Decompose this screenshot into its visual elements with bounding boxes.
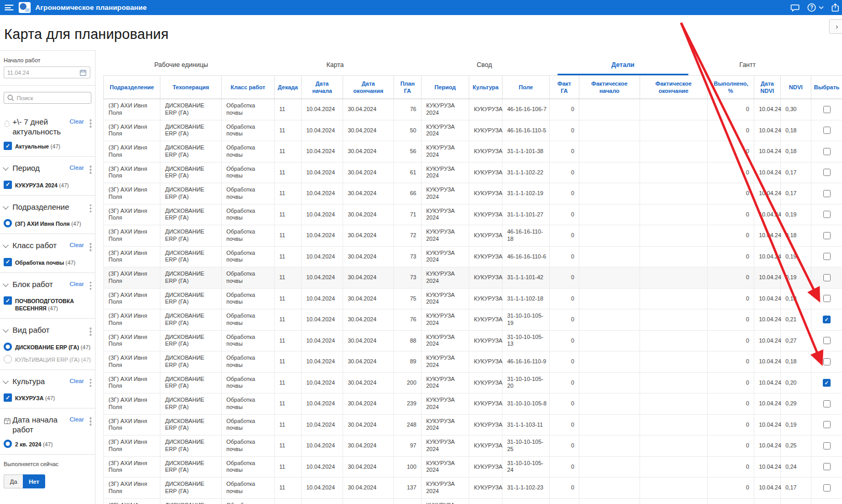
toggle-option-yes[interactable]: Да — [4, 474, 23, 488]
cell-select — [811, 267, 842, 289]
filter-option[interactable]: КУЛЬТИВАЦИЯ ERP (ГА) (47) — [4, 355, 92, 363]
kebab-menu-icon[interactable] — [89, 326, 93, 337]
column-header[interactable]: Период — [422, 76, 469, 99]
column-header[interactable]: Техоперация — [160, 76, 222, 99]
filter-option[interactable]: (ЗГ) АХИ Ивня Поля (47) — [4, 219, 92, 227]
chevron-down-icon[interactable] — [819, 6, 824, 9]
filter-option[interactable]: ✓КУКУРУЗА 2024 (47) — [4, 181, 92, 189]
filter-option[interactable]: ✓КУКУРУЗА (47) — [4, 393, 92, 402]
cell-fact_start — [579, 309, 640, 331]
kebab-menu-icon[interactable] — [89, 118, 93, 129]
kebab-menu-icon[interactable] — [89, 203, 93, 214]
share-icon[interactable] — [831, 3, 839, 12]
checkbox-checked-icon[interactable]: ✓ — [4, 181, 12, 189]
cell-period: КУКУРУЗА 2024 — [422, 456, 469, 478]
radio-selected-icon[interactable] — [4, 219, 12, 227]
filter-option[interactable]: 2 кв. 2024 (47) — [4, 440, 92, 448]
kebab-menu-icon[interactable] — [89, 241, 93, 253]
kebab-menu-icon[interactable] — [89, 164, 93, 175]
chevron-down-icon[interactable] — [4, 325, 12, 332]
row-select-checkbox[interactable] — [823, 190, 831, 197]
radio-selected-icon[interactable] — [4, 440, 12, 448]
search-input[interactable]: Поиск — [4, 92, 91, 104]
column-header[interactable]: Культура — [469, 76, 503, 99]
row-select-checkbox[interactable]: ✓ — [823, 379, 831, 387]
column-header[interactable]: Фактическое окончание — [640, 76, 708, 99]
row-select-checkbox[interactable] — [823, 463, 831, 470]
clear-filter-link[interactable]: Clear — [70, 378, 84, 384]
checkbox-checked-icon[interactable]: ✓ — [4, 142, 12, 150]
checkbox-checked-icon[interactable]: ✓ — [4, 296, 12, 305]
cell-decade: 11 — [275, 246, 302, 267]
column-header[interactable]: Дата окончания — [343, 76, 394, 99]
tab-Рабочие единицы[interactable]: Рабочие единицы — [103, 54, 259, 75]
row-select-checkbox[interactable] — [823, 211, 831, 218]
kebab-menu-icon[interactable] — [89, 377, 93, 389]
clear-filter-link[interactable]: Clear — [70, 165, 84, 171]
kebab-menu-icon[interactable] — [89, 416, 93, 427]
cell-fact_start — [579, 183, 640, 205]
column-header[interactable]: Класс работ — [222, 76, 275, 99]
cell-fact_start — [579, 393, 640, 415]
column-header[interactable]: Фактическое начало — [579, 76, 640, 99]
row-select-checkbox[interactable] — [823, 337, 831, 344]
cell-ndvi_date: 10.04.24 — [754, 309, 781, 331]
toggle-option-no[interactable]: Нет — [23, 474, 45, 488]
clear-filter-link[interactable]: Clear — [70, 416, 84, 423]
row-select-checkbox[interactable] — [823, 421, 831, 428]
help-icon[interactable]: ? — [807, 3, 816, 12]
row-select-checkbox[interactable] — [823, 232, 831, 239]
cell-fact_start — [579, 162, 640, 183]
column-header[interactable]: План ГА — [394, 76, 422, 99]
row-select-checkbox[interactable] — [823, 442, 831, 449]
clear-filter-link[interactable]: Clear — [70, 118, 84, 125]
row-select-checkbox[interactable] — [823, 253, 831, 260]
clear-filter-link[interactable]: Clear — [70, 242, 84, 248]
row-select-checkbox[interactable] — [823, 295, 831, 302]
tab-Детали[interactable]: Детали — [558, 54, 688, 75]
radio-icon[interactable] — [4, 355, 12, 363]
column-header[interactable]: Декада — [275, 76, 302, 99]
column-header[interactable]: Выбрать — [811, 76, 842, 99]
filter-option[interactable]: ✓Обработка почвы (47) — [4, 258, 92, 266]
chevron-down-icon[interactable] — [4, 202, 12, 209]
row-select-checkbox[interactable] — [823, 127, 831, 134]
row-select-checkbox[interactable] — [823, 274, 831, 281]
chat-icon[interactable] — [791, 4, 800, 12]
tab-Свод[interactable]: Свод — [411, 54, 558, 75]
cell-culture: КУКУРУЗА — [469, 267, 503, 289]
chevron-down-icon[interactable] — [4, 240, 12, 247]
collapse-panel-button[interactable]: › — [829, 19, 842, 34]
tab-Гантт[interactable]: Гантт — [688, 54, 807, 75]
chevron-down-icon[interactable] — [4, 279, 12, 286]
column-header[interactable]: Подразделение — [104, 76, 160, 99]
column-header[interactable]: Факт ГА — [550, 76, 579, 99]
row-select-checkbox[interactable] — [823, 484, 831, 492]
column-header[interactable]: Дата начала — [302, 76, 343, 99]
chevron-down-icon[interactable] — [4, 376, 12, 383]
row-select-checkbox[interactable] — [823, 400, 831, 407]
checkbox-checked-icon[interactable]: ✓ — [4, 258, 12, 266]
row-select-checkbox[interactable] — [823, 358, 831, 365]
column-header[interactable]: NDVI — [781, 76, 811, 99]
column-header[interactable]: Поле — [503, 76, 550, 99]
row-select-checkbox[interactable] — [823, 148, 831, 155]
column-header[interactable]: Выполнено, % — [708, 76, 754, 99]
tab-Карта[interactable]: Карта — [259, 54, 411, 75]
cell-operation: ДИСКОВАНИЕ ERP (ГА) — [160, 393, 222, 415]
cell-fact_start — [579, 120, 640, 141]
checkbox-checked-icon[interactable]: ✓ — [4, 393, 12, 402]
row-select-checkbox[interactable]: ✓ — [823, 316, 831, 323]
column-header[interactable]: Дата NDVI — [754, 76, 781, 99]
filter-option[interactable]: ДИСКОВАНИЕ ERP (ГА) (47) — [4, 343, 92, 351]
chevron-down-icon[interactable] — [4, 163, 12, 170]
clear-filter-link[interactable]: Clear — [70, 281, 84, 287]
menu-icon[interactable] — [5, 5, 13, 10]
row-select-checkbox[interactable] — [823, 169, 831, 176]
table-row: (ЗГ) АХИ Ивня ПоляДИСКОВАНИЕ ERP (ГА)Обр… — [104, 246, 842, 267]
row-select-checkbox[interactable] — [823, 106, 831, 113]
kebab-menu-icon[interactable] — [89, 280, 93, 292]
radio-selected-icon[interactable] — [4, 343, 12, 351]
filter-option[interactable]: ✓ПОЧВОПОДГОТОВКА ВЕСЕННЯЯ (47) — [4, 296, 92, 312]
filter-option[interactable]: ✓Актуальные (47) — [4, 142, 92, 150]
